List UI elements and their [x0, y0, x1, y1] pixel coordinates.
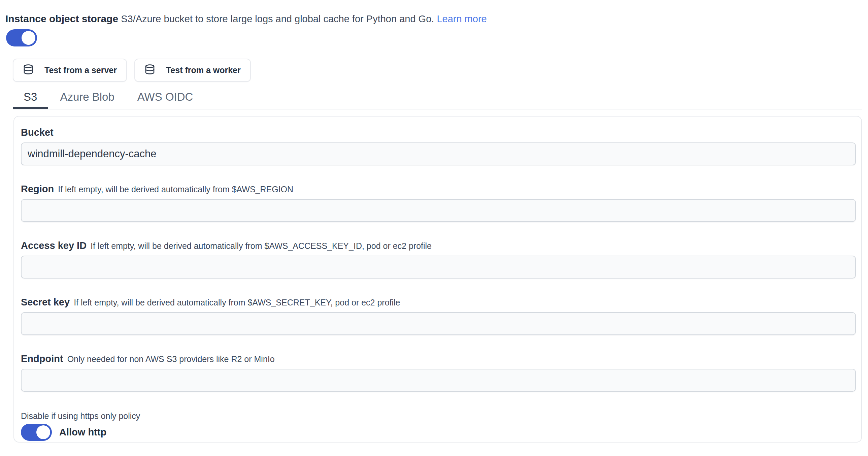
endpoint-label: Endpoint — [21, 353, 63, 364]
endpoint-hint: Only needed for non AWS S3 providers lik… — [67, 354, 275, 364]
allow-http-row: Allow http — [21, 424, 856, 441]
storage-provider-tabs: S3 Azure Blob AWS OIDC — [13, 87, 862, 110]
page-header: Instance object storage S3/Azure bucket … — [5, 13, 862, 25]
field-group-region: RegionIf left empty, will be derived aut… — [21, 183, 856, 222]
secret-key-input[interactable] — [21, 312, 856, 335]
page-description: S3/Azure bucket to store large logs and … — [121, 13, 434, 24]
database-icon — [145, 64, 155, 77]
tab-azure-blob[interactable]: Azure Blob — [49, 87, 125, 109]
s3-settings-card: Bucket RegionIf left empty, will be deri… — [13, 116, 862, 443]
toggle-knob — [36, 425, 50, 439]
region-hint: If left empty, will be derived automatic… — [58, 185, 293, 194]
access-key-id-hint: If left empty, will be derived automatic… — [91, 241, 432, 250]
field-label-row: Bucket — [21, 127, 856, 140]
secret-key-hint: If left empty, will be derived automatic… — [74, 298, 400, 307]
field-label-row: EndpointOnly needed for non AWS S3 provi… — [21, 353, 856, 366]
allow-http-toggle[interactable] — [21, 424, 52, 441]
field-group-endpoint: EndpointOnly needed for non AWS S3 provi… — [21, 353, 856, 392]
test-from-server-label: Test from a server — [44, 65, 117, 75]
tab-s3[interactable]: S3 — [13, 87, 48, 109]
endpoint-input[interactable] — [21, 369, 856, 392]
test-buttons-row: Test from a server Test from a worker — [13, 59, 868, 82]
field-group-bucket: Bucket — [21, 127, 856, 165]
region-label: Region — [21, 184, 54, 194]
test-from-worker-label: Test from a worker — [166, 65, 241, 75]
field-group-secret-key: Secret keyIf left empty, will be derived… — [21, 296, 856, 335]
test-from-worker-button[interactable]: Test from a worker — [134, 59, 251, 82]
field-label-row: Access key IDIf left empty, will be deri… — [21, 240, 856, 253]
field-label-row: RegionIf left empty, will be derived aut… — [21, 183, 856, 196]
learn-more-link[interactable]: Learn more — [437, 13, 487, 24]
bucket-label: Bucket — [21, 127, 54, 138]
bucket-input[interactable] — [21, 143, 856, 165]
page-title: Instance object storage — [5, 13, 118, 24]
allow-http-label: Allow http — [59, 427, 106, 438]
test-from-server-button[interactable]: Test from a server — [13, 59, 127, 82]
access-key-id-input[interactable] — [21, 255, 856, 278]
database-icon — [23, 64, 34, 77]
region-input[interactable] — [21, 199, 856, 222]
access-key-id-label: Access key ID — [21, 240, 87, 251]
object-storage-toggle[interactable] — [6, 29, 37, 47]
tab-aws-oidc[interactable]: AWS OIDC — [127, 87, 204, 109]
field-group-access-key-id: Access key IDIf left empty, will be deri… — [21, 240, 856, 278]
toggle-knob — [22, 31, 35, 45]
field-label-row: Secret keyIf left empty, will be derived… — [21, 296, 856, 309]
secret-key-label: Secret key — [21, 297, 70, 307]
https-only-note: Disable if using https only policy — [21, 411, 856, 421]
